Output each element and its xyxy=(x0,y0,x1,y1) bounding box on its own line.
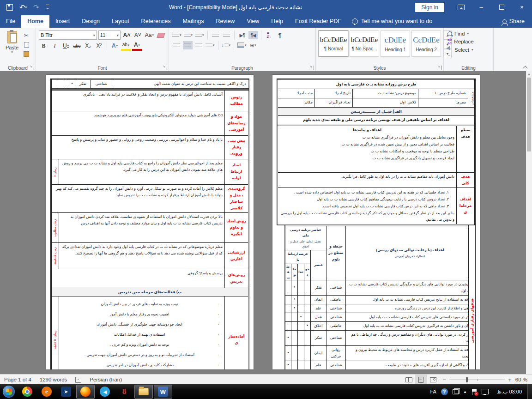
minimize-button[interactable]: – xyxy=(471,0,491,14)
ribbon-display-options-button[interactable] xyxy=(451,0,471,14)
copy-button[interactable] xyxy=(22,41,30,48)
zoom-slider-thumb[interactable] xyxy=(466,377,468,382)
style-card--normal[interactable]: bCcDdEe¶ Normal xyxy=(319,30,348,57)
read-mode-button[interactable] xyxy=(403,375,415,385)
document-page-2[interactable]: درک و آگاهی نسبت به شناخت این درس به عنو… xyxy=(46,75,254,369)
zoom-slider[interactable] xyxy=(449,380,505,380)
tab-layout[interactable]: Layout xyxy=(106,15,135,28)
tab-mailings[interactable]: Mailings xyxy=(177,15,210,28)
scrollbar-thumb[interactable] xyxy=(527,78,531,151)
red-app-taskbar-button[interactable]: 8 xyxy=(115,385,133,399)
tab-view[interactable]: View xyxy=(241,15,265,28)
print-layout-button[interactable] xyxy=(415,375,427,385)
tab-file[interactable]: File xyxy=(0,15,21,28)
bullets-button[interactable]: ▾ xyxy=(172,31,182,39)
close-button[interactable]: × xyxy=(512,0,532,14)
redo-button[interactable]: ↷ xyxy=(33,4,39,11)
tab-foxit-reader-pdf[interactable]: Foxit Reader PDF xyxy=(289,15,347,28)
text-effects-button[interactable]: A▾ xyxy=(110,42,120,50)
numbering-button[interactable]: ▾ xyxy=(183,31,193,39)
clear-formatting-button[interactable] xyxy=(156,31,166,39)
sort-button[interactable]: AZ↓ xyxy=(264,31,274,39)
save-button[interactable] xyxy=(6,4,13,11)
style-card-heading-2[interactable]: CcDdEeHeading 2 xyxy=(411,30,441,57)
paste-button[interactable]: Paste ▾ xyxy=(2,30,22,64)
style-card--no-spac-[interactable]: bCcDdEe¶ No Spac... xyxy=(350,30,379,57)
customize-qat-button[interactable]: ⌄ xyxy=(46,5,49,10)
select-button[interactable]: Select▾ xyxy=(447,47,490,53)
tab-design[interactable]: Design xyxy=(76,15,106,28)
replace-button[interactable]: abacReplace xyxy=(447,38,490,45)
styles-dialog-launcher[interactable]: ↘ xyxy=(437,66,442,70)
font-name-combo[interactable]: B Titr▾ xyxy=(39,30,97,40)
shading-button[interactable]: ▾ xyxy=(237,41,247,49)
tell-me-box[interactable]: Tell me what you want to do xyxy=(347,15,437,28)
sign-in-button[interactable]: Sign in xyxy=(415,3,444,12)
document-page-1[interactable]: طرح درس روزانه نشانه تـ ث فارسی پایه اول… xyxy=(272,75,480,369)
web-layout-button[interactable] xyxy=(427,375,439,385)
font-dialog-launcher[interactable]: ↘ xyxy=(163,66,167,70)
arrow-app-taskbar-button[interactable]: ➤ xyxy=(57,385,75,399)
taskbar-clock[interactable]: 03:00 ب.ظ xyxy=(493,389,526,395)
italic-button[interactable]: I xyxy=(50,42,60,50)
language-indicator[interactable]: Persian (Iran) xyxy=(85,375,126,385)
format-painter-button[interactable] xyxy=(22,50,30,58)
borders-button[interactable]: ⊞▾ xyxy=(248,41,258,49)
zoom-in-button[interactable]: + xyxy=(508,376,512,383)
start-button[interactable] xyxy=(0,384,18,399)
justify-button[interactable]: ▾ xyxy=(205,41,215,49)
network-tray-icon[interactable] xyxy=(482,389,489,394)
language-tray-indicator[interactable]: FA xyxy=(430,389,436,394)
align-right-button[interactable] xyxy=(194,41,204,49)
show-formatting-marks-button[interactable]: ¶ xyxy=(275,31,285,39)
tab-insert[interactable]: Insert xyxy=(49,15,76,28)
action-center-flag-icon[interactable]: ✕ xyxy=(472,389,477,395)
font-size-combo[interactable]: 11▾ xyxy=(98,30,121,40)
help-tray-icon[interactable]: ? xyxy=(441,388,448,395)
decrease-indent-button[interactable] xyxy=(211,31,220,39)
window-stack-tray-icon[interactable] xyxy=(453,389,459,394)
telegram-taskbar-button[interactable]: ◀ xyxy=(96,385,114,399)
word-count[interactable]: 1290 words xyxy=(36,375,71,385)
superscript-button[interactable]: X² xyxy=(94,42,104,50)
increase-indent-button[interactable] xyxy=(222,31,231,39)
bold-button[interactable]: B xyxy=(39,42,48,50)
style-card-heading-1[interactable]: cDdEeHeading 1 xyxy=(381,30,410,57)
paragraph-dialog-launcher[interactable]: ↘ xyxy=(309,66,314,70)
proofing-status[interactable]: ✓ xyxy=(71,375,85,385)
show-desktop-button[interactable] xyxy=(527,384,532,399)
show-hidden-icons-button[interactable]: ▲ xyxy=(463,390,467,394)
find-button[interactable]: Find▾ xyxy=(447,31,490,36)
underline-button[interactable]: U▾ xyxy=(61,42,71,50)
line-spacing-button[interactable]: ↕▾ xyxy=(221,41,231,49)
subscript-button[interactable]: X₂ xyxy=(83,42,93,50)
collapse-ribbon-button[interactable] xyxy=(523,65,527,70)
undo-button[interactable]: ↶▾ xyxy=(19,4,27,11)
multilevel-list-button[interactable]: ▾ xyxy=(194,31,205,39)
file-explorer-taskbar-button[interactable] xyxy=(134,385,153,399)
strikethrough-button[interactable]: abc xyxy=(72,42,82,50)
chrome-taskbar-button[interactable] xyxy=(18,385,36,399)
cut-button[interactable]: ✂ xyxy=(22,32,30,39)
zoom-out-button[interactable]: − xyxy=(443,376,447,383)
scroll-up-arrow[interactable]: ▲ xyxy=(526,71,532,77)
ltr-direction-button[interactable]: ▶¶ xyxy=(237,31,247,39)
vertical-scrollbar[interactable]: ▲ xyxy=(526,71,532,374)
word-taskbar-button[interactable]: W xyxy=(154,385,172,399)
tab-home[interactable]: Home xyxy=(21,15,49,28)
tab-review[interactable]: Review xyxy=(210,15,241,28)
align-center-button[interactable] xyxy=(183,41,193,49)
align-left-button[interactable] xyxy=(172,41,181,49)
share-button[interactable]: Share xyxy=(495,15,532,28)
browser-e-taskbar-button[interactable]: e xyxy=(37,385,56,399)
clipboard-dialog-launcher[interactable]: ↘ xyxy=(30,66,34,70)
change-case-button[interactable]: Aa▾ xyxy=(144,31,155,39)
restore-button[interactable] xyxy=(491,0,512,14)
tab-help[interactable]: Help xyxy=(265,15,289,28)
rtl-direction-button[interactable]: ¶◀ xyxy=(248,31,258,39)
zoom-percentage[interactable]: 60 % xyxy=(515,377,532,382)
page-indicator[interactable]: Page 1 of 4 xyxy=(0,375,36,385)
tab-references[interactable]: References xyxy=(135,15,177,28)
font-color-button[interactable]: A▾ xyxy=(132,41,142,51)
grow-font-button[interactable]: A˄ xyxy=(122,31,132,39)
